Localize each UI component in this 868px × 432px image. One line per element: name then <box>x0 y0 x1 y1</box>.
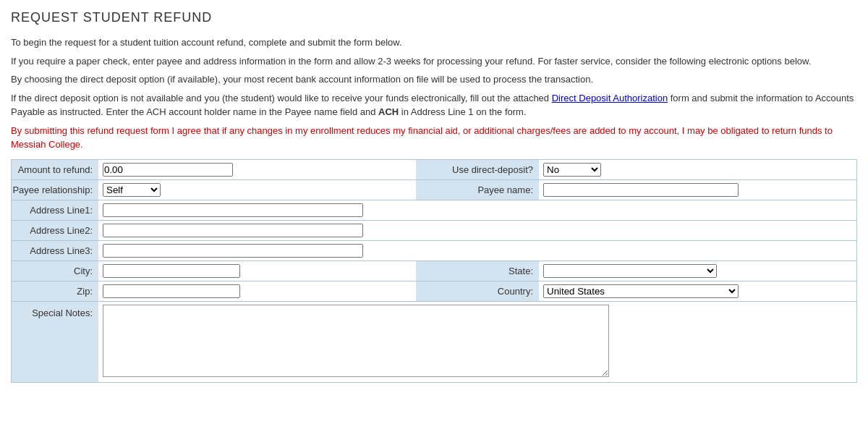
address3-label: Address Line3: <box>12 241 98 261</box>
payee-name-label: Payee name: <box>416 180 539 200</box>
special-notes-input-cell <box>98 302 856 382</box>
direct-deposit-input-cell: No Yes <box>539 160 856 179</box>
city-state-row: City: State: Alabama Alaska Arizona Penn… <box>12 261 856 281</box>
zip-country-row: Zip: Country: United States Canada Unite… <box>12 281 856 302</box>
intro-text-2: If you require a paper check, enter paye… <box>11 54 857 69</box>
special-notes-textarea[interactable] <box>103 305 609 377</box>
payee-relationship-select[interactable]: Self Parent Other <box>103 183 161 197</box>
state-select[interactable]: Alabama Alaska Arizona Pennsylvania <box>543 264 717 278</box>
direct-deposit-link[interactable]: Direct Deposit Authorization <box>552 93 668 103</box>
address1-label: Address Line1: <box>12 200 98 220</box>
intro-text-4: If the direct deposit option is not avai… <box>11 91 857 119</box>
amount-input-cell <box>98 160 416 179</box>
city-label: City: <box>12 261 98 281</box>
amount-input[interactable] <box>103 163 233 177</box>
country-input-cell: United States Canada United Kingdom Aust… <box>539 281 856 301</box>
payee-name-input-cell <box>539 180 856 200</box>
state-input-cell: Alabama Alaska Arizona Pennsylvania <box>539 261 856 281</box>
country-select[interactable]: United States Canada United Kingdom Aust… <box>543 284 739 298</box>
city-input[interactable] <box>103 264 240 278</box>
address1-input-cell <box>98 200 856 220</box>
amount-direct-deposit-row: Amount to refund: Use direct-deposit? No… <box>12 160 856 180</box>
address1-input[interactable] <box>103 203 363 217</box>
payee-relationship-input-cell: Self Parent Other <box>98 180 416 200</box>
country-label: Country: <box>416 281 539 301</box>
direct-deposit-select[interactable]: No Yes <box>543 163 601 177</box>
state-label: State: <box>416 261 539 281</box>
special-notes-row: Special Notes: <box>12 302 856 382</box>
amount-label: Amount to refund: <box>12 160 98 179</box>
intro-text-1: To begin the request for a student tuiti… <box>11 35 857 50</box>
payee-relationship-label: Payee relationship: <box>12 180 98 200</box>
address2-input-cell <box>98 221 856 240</box>
payee-name-input[interactable] <box>543 183 739 197</box>
address3-input[interactable] <box>103 244 363 258</box>
zip-label: Zip: <box>12 281 98 301</box>
zip-input[interactable] <box>103 284 240 298</box>
address3-input-cell <box>98 241 856 261</box>
payee-row: Payee relationship: Self Parent Other Pa… <box>12 180 856 200</box>
address2-row: Address Line2: <box>12 221 856 241</box>
address2-input[interactable] <box>103 224 363 237</box>
address3-row: Address Line3: <box>12 241 856 261</box>
address2-label: Address Line2: <box>12 221 98 240</box>
refund-form: Amount to refund: Use direct-deposit? No… <box>11 159 857 383</box>
address1-row: Address Line1: <box>12 200 856 221</box>
warning-text: By submitting this refund request form I… <box>11 124 857 152</box>
page-title: REQUEST STUDENT REFUND <box>11 10 857 25</box>
intro-text-3: By choosing the direct deposit option (i… <box>11 72 857 87</box>
special-notes-label: Special Notes: <box>12 302 98 382</box>
zip-input-cell <box>98 281 416 301</box>
city-input-cell <box>98 261 416 281</box>
direct-deposit-label: Use direct-deposit? <box>416 160 539 179</box>
